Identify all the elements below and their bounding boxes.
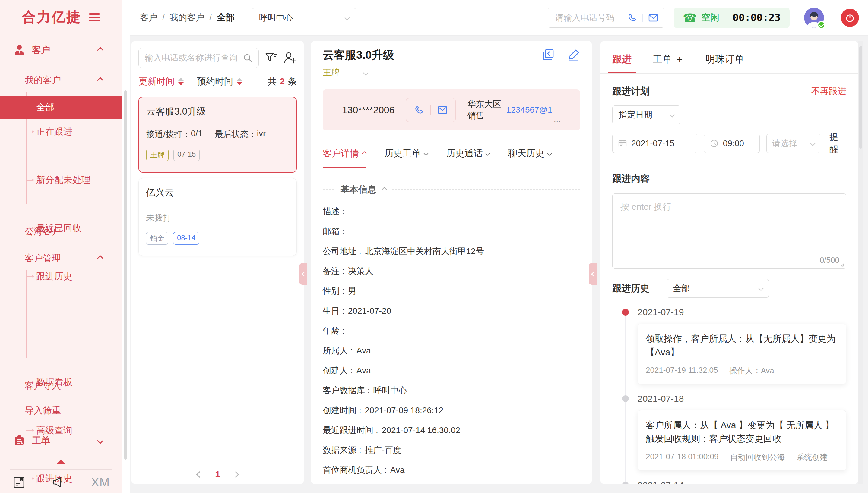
field-row: 邮箱:	[323, 221, 580, 241]
sort-carets-icon	[178, 78, 184, 85]
content-title: 跟进内容	[612, 172, 846, 185]
filter-icon[interactable]	[265, 52, 277, 64]
follow-scrollbar-thumb[interactable]	[859, 46, 862, 149]
agent-status-pill[interactable]: ☎ 空闲 00:00:23	[674, 7, 790, 28]
chevron-down-icon	[759, 286, 764, 291]
plan-row: 跟进计划 不再跟进	[612, 85, 846, 98]
search-icon[interactable]	[243, 53, 252, 63]
sidebar-item-import-dedupe[interactable]: 导入筛重	[0, 399, 122, 423]
contact-bar: 130****2006 华东大区销售... 1234567@1 ...	[323, 89, 580, 130]
history-filter-select[interactable]: 全部	[666, 279, 769, 298]
current-page[interactable]: 1	[215, 469, 220, 479]
list-search-input[interactable]: 输入电话或名称进行查询	[139, 48, 259, 68]
tab-chat-history[interactable]: 聊天历史	[508, 147, 551, 168]
breadcrumb: 客户 / 我的客户 / 全部	[140, 12, 235, 24]
char-counter: 0/500	[820, 256, 839, 265]
sort-update-time[interactable]: 更新时间	[139, 75, 184, 88]
timeline-group: 2021-07-19 领取操作，客户所属人：从【无所属人】变更为【Ava】 20…	[638, 306, 846, 384]
sidebar-item-customer-import[interactable]: 客户导入	[0, 374, 122, 398]
transfer-icon[interactable]	[542, 49, 555, 62]
mail-icon[interactable]	[643, 13, 664, 22]
sidebar-item-customer-mgmt[interactable]: 客户管理	[0, 246, 122, 270]
basic-info-header[interactable]: 基本信息	[323, 184, 580, 196]
tab-customer-detail[interactable]: 客户详情	[323, 147, 366, 168]
edit-icon[interactable]	[567, 49, 580, 62]
follow-tabs: 跟进 工单 ＋ 明珠订单	[600, 50, 859, 73]
more-ellipsis[interactable]: ...	[554, 115, 561, 130]
field-row: 生日:2021-07-20	[323, 301, 580, 321]
plan-title: 跟进计划	[612, 85, 649, 98]
call-icon[interactable]	[622, 13, 642, 23]
detail-header: 云客服3.0升级	[323, 48, 580, 62]
contact-actions	[406, 98, 456, 122]
sidebar-scrollbar-thumb[interactable]	[124, 90, 127, 459]
status-timer: 00:00:23	[732, 12, 781, 23]
date-type-select[interactable]: 指定日期	[612, 105, 680, 124]
next-page-icon[interactable]	[232, 471, 239, 477]
contact-email-link[interactable]: 1234567@1	[507, 105, 553, 115]
stop-follow-link[interactable]: 不再跟进	[811, 85, 846, 97]
tab-history-calls[interactable]: 历史通话	[446, 147, 490, 168]
tab-workorder-add[interactable]: 工单 ＋	[653, 53, 684, 66]
phone-status-icon: ☎	[683, 12, 697, 23]
journal-icon[interactable]	[12, 475, 26, 489]
add-customer-icon[interactable]	[284, 51, 297, 64]
sidebar-item-in-follow[interactable]: 正在跟进	[0, 120, 122, 144]
remind-select[interactable]: 请选择	[766, 134, 820, 153]
timeline-card: 领取操作，客户所属人：从【无所属人】变更为【Ava】 2021-07-19 11…	[638, 324, 846, 384]
follow-scrollbar-track	[859, 41, 863, 484]
customer-detail-panel: 云客服3.0升级 王牌 130****2006	[311, 41, 592, 484]
app-root: 合力亿捷 客户 我的客户 全部 正在跟进 新分配未处理 最近已回收 跟进历史 公…	[0, 0, 868, 493]
chevron-down-icon[interactable]	[363, 70, 368, 75]
follow-content-textarea[interactable]: 按 enter 换行 0/500	[612, 193, 846, 269]
collapse-list-handle[interactable]	[299, 263, 307, 285]
tab-pearl-orders[interactable]: 明珠订单	[705, 53, 744, 66]
timeline-dot	[622, 395, 629, 402]
sidebar-item-my-customers[interactable]: 我的客户	[0, 68, 122, 92]
tree-line	[26, 270, 26, 358]
menu-hamburger-icon[interactable]	[89, 13, 100, 21]
breadcrumb-customer[interactable]: 客户	[140, 12, 158, 24]
follow-timeline: 2021-07-19 领取操作，客户所属人：从【无所属人】变更为【Ava】 20…	[612, 306, 846, 484]
triangle-up-icon	[57, 459, 65, 464]
chevron-down-icon	[345, 15, 350, 20]
history-row: 跟进历史 全部	[612, 279, 846, 298]
sidebar-collapse-button[interactable]	[0, 459, 122, 464]
collapse-detail-handle[interactable]	[589, 263, 597, 285]
avatar[interactable]	[804, 8, 824, 28]
sidebar-item-all[interactable]: 全部	[0, 96, 122, 119]
sort-reserve-time[interactable]: 预约时间	[197, 75, 242, 88]
field-row: 创建时间:2021-07-09 18:26:12	[323, 401, 580, 421]
xm-label[interactable]: XM	[91, 475, 110, 489]
tab-follow[interactable]: 跟进	[612, 53, 632, 66]
sidebar-item-public-customers[interactable]: 公海客户	[0, 219, 122, 243]
divider	[10, 470, 111, 470]
resize-grip-icon[interactable]	[840, 262, 845, 267]
database-select[interactable]: 呼叫中心	[251, 8, 356, 27]
dial-input[interactable]: 请输入电话号码	[548, 12, 622, 23]
sidebar-item-customer[interactable]: 客户	[0, 38, 122, 62]
megaphone-icon[interactable]	[51, 475, 66, 489]
calendar-icon	[618, 139, 627, 148]
customer-card-selected[interactable]: 云客服3.0升级 接通/拨打： 0/1 最后状态： ivr 王牌 07-15	[139, 97, 297, 173]
chevron-up-icon	[382, 187, 387, 192]
sidebar-item-new-unassigned[interactable]: 新分配未处理	[0, 168, 122, 192]
call-icon[interactable]	[414, 105, 424, 115]
work-order-icon	[13, 434, 25, 447]
plan-date-input[interactable]: 2021-07-15	[612, 134, 697, 153]
customer-card[interactable]: 亿兴云 未拨打 铂金 08-14	[139, 178, 297, 256]
breadcrumb-my-customers[interactable]: 我的客户	[169, 12, 205, 24]
mail-icon[interactable]	[437, 105, 448, 114]
prev-page-icon[interactable]	[197, 471, 203, 477]
logout-power-button[interactable]	[841, 9, 859, 27]
sort-row: 更新时间 预约时间 共2条	[139, 75, 297, 88]
app-logo: 合力亿捷	[22, 8, 81, 26]
sidebar-footer: XM	[0, 473, 122, 491]
sidebar-item-work-order[interactable]: 工单	[0, 429, 122, 453]
agent-status: 空闲	[701, 12, 719, 24]
plan-time-input[interactable]: 09:00	[704, 134, 760, 153]
customer-cards: 云客服3.0升级 接通/拨打： 0/1 最后状态： ivr 王牌 07-15 亿…	[139, 97, 297, 256]
chevron-down-icon	[810, 141, 815, 146]
customer-title: 云客服3.0升级	[323, 48, 394, 63]
tab-history-workorders[interactable]: 历史工单	[385, 147, 428, 168]
